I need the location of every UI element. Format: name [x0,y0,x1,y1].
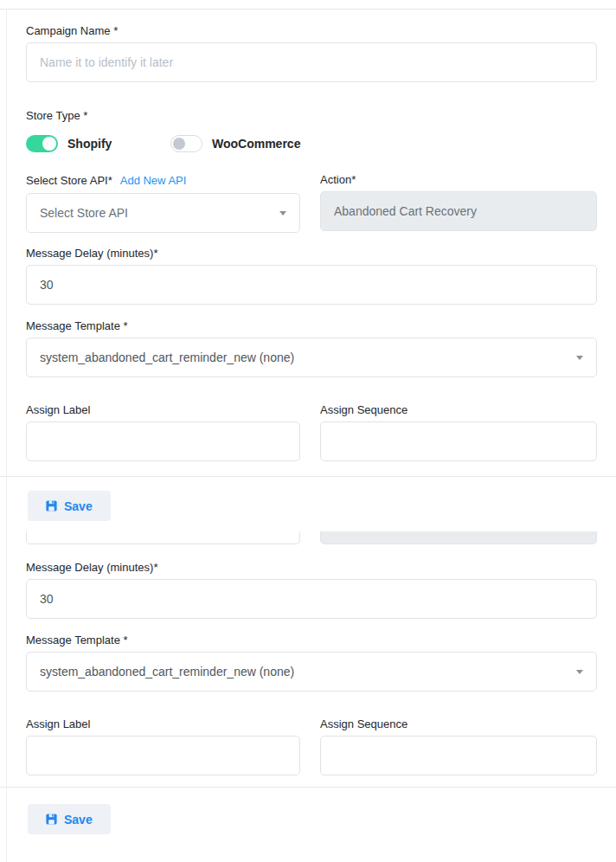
campaign-settings-page: Campaign Name * Store Type * Shopify Woo… [0,9,616,848]
chevron-down-icon [576,356,583,360]
store-type-toggles: Shopify WooCommerce [26,135,597,152]
shopify-toggle-label: Shopify [67,137,112,151]
store-type-field: Store Type * Shopify WooCommerce [26,110,597,152]
toggle-knob [42,137,56,151]
save-icon [46,814,57,825]
assign-sequence-input[interactable] [320,421,597,461]
save-button-label: Save [64,499,93,513]
store-api-label: Select Store API* [26,175,112,187]
assign-sequence-column: Assign Sequence [320,718,597,775]
card-left-border [6,9,7,862]
message-template-selected-value: system_abandoned_cart_reminder_new (none… [40,351,294,364]
store-api-select-truncated[interactable] [26,531,300,544]
store-api-column: Select Store API* Add New API Select Sto… [26,174,300,233]
assign-label-column: Assign Label [26,718,300,775]
store-api-label-row: Select Store API* Add New API [26,174,300,187]
message-delay-label: Message Delay (minutes)* [26,562,597,574]
save-button[interactable]: Save [28,804,111,834]
assign-sequence-label: Assign Sequence [320,718,597,730]
message-template-field: Message Template * system_abandoned_cart… [26,320,597,377]
form-1-footer: Save [0,477,616,521]
assign-label-label: Assign Label [26,404,300,416]
chevron-down-icon [279,211,286,216]
assign-row: Assign Label Assign Sequence [26,404,597,461]
campaign-name-label: Campaign Name * [26,25,597,37]
message-delay-field: Message Delay (minutes)* [26,248,597,305]
action-input [320,191,597,231]
action-label: Action* [320,174,597,186]
store-api-selected-value: Select Store API [40,206,128,220]
assign-row: Assign Label Assign Sequence [26,718,597,775]
shopify-toggle-group: Shopify [26,135,170,152]
woocommerce-toggle-label: WooCommerce [212,137,300,151]
campaign-form-2: Message Delay (minutes)* Message Templat… [0,544,616,787]
campaign-name-input[interactable] [26,42,597,82]
shopify-toggle[interactable] [26,135,58,152]
chevron-down-icon [576,670,583,674]
save-button[interactable]: Save [28,491,111,521]
assign-sequence-label: Assign Sequence [320,404,597,416]
toggle-knob [173,138,185,150]
message-delay-label: Message Delay (minutes)* [26,248,597,260]
assign-label-input[interactable] [26,736,300,775]
woocommerce-toggle-group: WooCommerce [170,135,300,152]
save-icon [46,500,57,511]
save-button-label: Save [64,813,93,827]
truncated-fields-row [0,531,616,544]
message-template-label: Message Template * [26,634,597,646]
message-template-label: Message Template * [26,320,597,332]
store-api-select[interactable]: Select Store API [26,193,300,233]
action-field-truncated [320,531,597,544]
message-delay-input[interactable] [26,579,597,619]
message-template-select[interactable]: system_abandoned_cart_reminder_new (none… [26,652,597,692]
store-type-label: Store Type * [26,110,597,122]
message-delay-field: Message Delay (minutes)* [26,562,597,619]
assign-label-input[interactable] [26,421,300,461]
message-template-field: Message Template * system_abandoned_cart… [26,634,597,692]
assign-sequence-column: Assign Sequence [320,404,597,461]
message-template-selected-value: system_abandoned_cart_reminder_new (none… [40,665,294,679]
campaign-name-field: Campaign Name * [26,25,597,82]
message-delay-input[interactable] [26,265,597,305]
message-template-select[interactable]: system_abandoned_cart_reminder_new (none… [26,338,597,377]
assign-label-column: Assign Label [26,404,300,461]
woocommerce-toggle[interactable] [170,135,202,152]
store-api-action-row: Select Store API* Add New API Select Sto… [26,174,597,233]
assign-label-label: Assign Label [26,718,300,730]
add-new-api-link[interactable]: Add New API [120,174,187,187]
campaign-form-1: Campaign Name * Store Type * Shopify Woo… [0,10,616,476]
action-column: Action* [320,174,597,233]
assign-sequence-input[interactable] [320,736,597,775]
form-2-footer: Save [0,788,616,848]
